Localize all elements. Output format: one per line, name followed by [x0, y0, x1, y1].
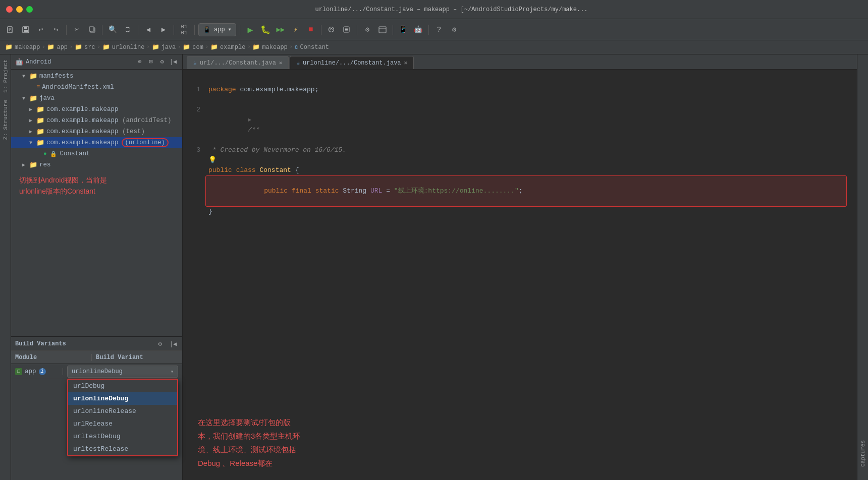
svg-rect-8	[89, 27, 94, 31]
settings-panel-button[interactable]: ⚙	[157, 57, 167, 67]
project-tab[interactable]: 1: Project	[2, 56, 10, 96]
toolbar-separator-10	[428, 25, 429, 35]
settings-button[interactable]: ⚙	[361, 23, 374, 36]
svg-rect-0	[8, 27, 12, 33]
project-panel-title: 🤖 Android	[15, 58, 132, 66]
replace-button[interactable]	[121, 23, 134, 36]
code-line-url: public final static String URL = "线上环境:h…	[183, 175, 857, 207]
panel-header-actions: ⊕ ⊟ ⚙ |◀	[135, 57, 178, 67]
tab-urlonline-constant[interactable]: ☕ urlonline/.../Constant.java ✕	[290, 56, 414, 69]
breadcrumb-makeapp[interactable]: 📁 makeapp	[5, 43, 40, 51]
captures-tab[interactable]: Captures	[858, 437, 867, 470]
code-line-blank2	[183, 95, 857, 105]
traffic-lights	[6, 6, 33, 13]
new-file-button[interactable]	[4, 23, 17, 36]
breadcrumb-app[interactable]: 📁 app	[47, 43, 68, 51]
toolbar-separator-1	[66, 25, 67, 35]
sdk-manager-button[interactable]	[376, 23, 389, 36]
variant-option-urltestdebug[interactable]: urltestDebug	[68, 430, 177, 443]
tab-url-constant[interactable]: ☕ url/.../Constant.java ✕	[187, 56, 289, 69]
variant-option-urlonlinedebug[interactable]: urlonlineDebug	[68, 392, 177, 405]
left-side-tabs: 1: Project Z: Structure	[0, 54, 11, 480]
tree-annotation: 切换到Android视图，当前是urlonline版本的Constant	[11, 170, 182, 201]
tree-item-com-makeapp[interactable]: ▶ 📁 com.example.makeapp	[11, 104, 182, 115]
run-configuration-select[interactable]: 📱 app ▾	[198, 23, 236, 36]
back-button[interactable]: ◀	[142, 23, 155, 36]
undo-button[interactable]: ↩	[34, 23, 47, 36]
close-button[interactable]	[6, 6, 13, 13]
maximize-button[interactable]	[26, 6, 33, 13]
minimize-button[interactable]	[16, 6, 23, 13]
titlebar: urlonline/.../Constant.java – makeapp – …	[0, 0, 868, 19]
code-line-close: }	[183, 207, 857, 217]
bv-module-app: □ app i	[11, 368, 63, 375]
save-button[interactable]	[19, 23, 32, 36]
right-side-tabs: Captures	[857, 54, 868, 480]
tab-close-urlonline[interactable]: ✕	[404, 59, 408, 66]
structure-tab[interactable]: Z: Structure	[2, 97, 10, 143]
build-variants-panel: Build Variants ⚙ |◀ Module Build Variant…	[11, 336, 182, 480]
cut-button[interactable]: ✂	[70, 23, 83, 36]
bc-sep-4: ›	[147, 44, 150, 50]
redo-button[interactable]: ↪	[49, 23, 63, 36]
breadcrumb-example[interactable]: 📁 example	[210, 43, 245, 51]
toggle-breakpoints-button[interactable]: 0101	[178, 23, 191, 36]
gradle-button[interactable]	[340, 23, 353, 36]
breadcrumb-com[interactable]: 📁 com	[183, 43, 203, 51]
code-editor[interactable]: 1 package com.example.makeapp; 2 ▶ /** 3…	[183, 70, 857, 405]
variant-option-urltestrelease[interactable]: urltestRelease	[68, 443, 177, 455]
variant-option-urldebug[interactable]: urlDebug	[68, 380, 177, 392]
toolbar-separator-4	[174, 25, 174, 35]
variant-dropdown-arrow: ▾	[171, 369, 174, 375]
tree-item-java[interactable]: ▼ 📁 java	[11, 93, 182, 104]
run-button[interactable]: ▶	[244, 23, 257, 36]
toolbar-separator-9	[393, 25, 393, 35]
bc-sep-6: ›	[205, 44, 208, 50]
collapse-all-button[interactable]: ⊟	[146, 57, 156, 67]
apply-changes-button[interactable]: ⚡	[289, 23, 302, 36]
breadcrumb-constant[interactable]: C Constant	[295, 44, 329, 51]
sync-files-button[interactable]: ⊕	[135, 57, 145, 67]
variant-option-urlrelease[interactable]: urlRelease	[68, 417, 177, 430]
tree-item-com-makeapp-test[interactable]: ▶ 📁 com.example.makeapp (test)	[11, 126, 182, 137]
copy-button[interactable]	[85, 23, 98, 36]
tree-item-res[interactable]: ▶ 📁 res	[11, 159, 182, 170]
bv-settings-button[interactable]: ⚙	[155, 339, 165, 349]
breadcrumb: 📁 makeapp › 📁 app › 📁 src › 📁 urlonline …	[0, 40, 868, 54]
tab-close-url[interactable]: ✕	[279, 59, 283, 66]
stop-button[interactable]: ■	[304, 23, 317, 36]
code-line-blank1	[183, 75, 857, 85]
tree-item-constant[interactable]: ● 🔒 Constant	[11, 148, 182, 159]
breadcrumb-src[interactable]: 📁 src	[75, 43, 95, 51]
more-actions-button[interactable]: ⚙	[448, 23, 461, 36]
sync-button[interactable]	[325, 23, 338, 36]
variant-option-urlonlinerelease[interactable]: urlonlineRelease	[68, 405, 177, 417]
breadcrumb-java[interactable]: 📁 java	[152, 43, 176, 51]
bv-col-variant-header: Build Variant	[92, 354, 182, 361]
tree-item-manifests[interactable]: ▼ 📁 manifests	[11, 71, 182, 82]
help-button[interactable]: ?	[432, 23, 446, 36]
search-button[interactable]: 🔍	[106, 23, 119, 36]
breadcrumb-makeapp2[interactable]: 📁 makeapp	[252, 43, 287, 51]
code-line-class: public class Constant {	[183, 165, 857, 175]
tree-item-com-makeapp-urlonline[interactable]: ▼ 📁 com.example.makeapp (urlonline)	[11, 137, 182, 148]
debug-button[interactable]: 🐛	[259, 23, 272, 36]
android-device-monitor[interactable]: 🤖	[412, 23, 425, 36]
bc-sep-1: ›	[42, 44, 45, 50]
forward-button[interactable]: ▶	[157, 23, 170, 36]
tree-item-com-makeapp-androidtest[interactable]: ▶ 📁 com.example.makeapp (androidTest)	[11, 115, 182, 126]
bv-collapse-button[interactable]: |◀	[168, 339, 178, 349]
tree-item-androidmanifest[interactable]: ≡ AndroidManifest.xml	[11, 82, 182, 93]
bc-sep-7: ›	[247, 44, 250, 50]
run-with-coverage-button[interactable]: ▶▶	[274, 23, 287, 36]
info-icon[interactable]: i	[39, 368, 46, 375]
project-panel-header: 🤖 Android ⊕ ⊟ ⚙ |◀	[11, 54, 182, 70]
build-variant-dropdown: urlDebug urlonlineDebug urlonlineRelease…	[67, 379, 178, 456]
build-variant-select[interactable]: urlonlineDebug ▾	[67, 366, 178, 378]
toolbar-separator-2	[102, 25, 102, 35]
close-panel-button[interactable]: |◀	[168, 57, 178, 67]
avd-manager-button[interactable]: 📱	[397, 23, 410, 36]
breadcrumb-urlonline[interactable]: 📁 urlonline	[102, 43, 145, 51]
toolbar: ↩ ↪ ✂ 🔍 ◀ ▶ 0101 📱 app ▾ ▶ 🐛 ▶▶ ⚡ ■ ⚙ 📱 …	[0, 19, 868, 40]
svg-rect-5	[24, 27, 27, 29]
